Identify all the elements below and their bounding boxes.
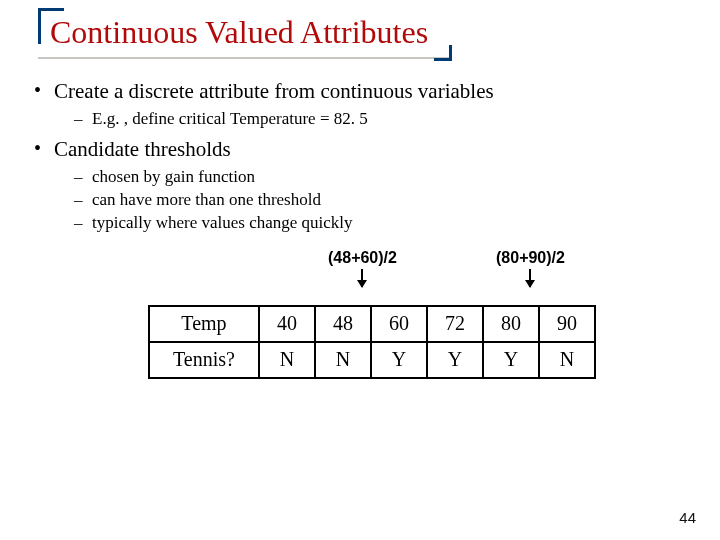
bullet-text: Create a discrete attribute from continu…	[54, 79, 494, 103]
title-corner-top-left	[38, 8, 64, 44]
slide-title-block: Continuous Valued Attributes	[46, 12, 434, 59]
slide-content: Create a discrete attribute from continu…	[28, 79, 692, 379]
table-cell: 60	[371, 306, 427, 342]
table-cell: Y	[427, 342, 483, 378]
subbullet-gain: chosen by gain function	[74, 166, 692, 189]
row-header-temp: Temp	[149, 306, 259, 342]
table-cell: Y	[371, 342, 427, 378]
page-number: 44	[679, 509, 696, 526]
threshold-annotations: (48+60)/2 (80+90)/2	[28, 249, 692, 303]
bullet-candidate-thresholds: Candidate thresholds chosen by gain func…	[34, 137, 692, 235]
table-cell: N	[539, 342, 595, 378]
arrow-down-icon	[361, 269, 363, 287]
data-table-wrap: Temp 40 48 60 72 80 90 Tennis? N N Y Y Y…	[148, 305, 692, 379]
table-row: Temp 40 48 60 72 80 90	[149, 306, 595, 342]
bullet-text: Candidate thresholds	[54, 137, 231, 161]
annotation-text: (80+90)/2	[496, 249, 565, 266]
title-underline	[38, 57, 452, 59]
subbullet-text: E.g. , define critical Temperature = 82.…	[92, 109, 368, 128]
table-cell: 40	[259, 306, 315, 342]
table-cell: N	[315, 342, 371, 378]
table-cell: N	[259, 342, 315, 378]
table-cell: 72	[427, 306, 483, 342]
row-header-tennis: Tennis?	[149, 342, 259, 378]
threshold-annotation-right: (80+90)/2	[496, 249, 565, 287]
table-cell: 90	[539, 306, 595, 342]
annotation-text: (48+60)/2	[328, 249, 397, 266]
bullet-create-discrete: Create a discrete attribute from continu…	[34, 79, 692, 131]
subbullet-change: typically where values change quickly	[74, 212, 692, 235]
threshold-annotation-left: (48+60)/2	[328, 249, 397, 287]
data-table: Temp 40 48 60 72 80 90 Tennis? N N Y Y Y…	[148, 305, 596, 379]
table-cell: 80	[483, 306, 539, 342]
subbullet-multi: can have more than one threshold	[74, 189, 692, 212]
subbullet-example: E.g. , define critical Temperature = 82.…	[74, 108, 692, 131]
subbullet-text: can have more than one threshold	[92, 190, 321, 209]
table-row: Tennis? N N Y Y Y N	[149, 342, 595, 378]
slide-title: Continuous Valued Attributes	[46, 12, 434, 59]
title-corner-bottom-right	[434, 45, 452, 61]
subbullet-text: chosen by gain function	[92, 167, 255, 186]
arrow-down-icon	[529, 269, 531, 287]
table-cell: Y	[483, 342, 539, 378]
subbullet-text: typically where values change quickly	[92, 213, 353, 232]
table-cell: 48	[315, 306, 371, 342]
